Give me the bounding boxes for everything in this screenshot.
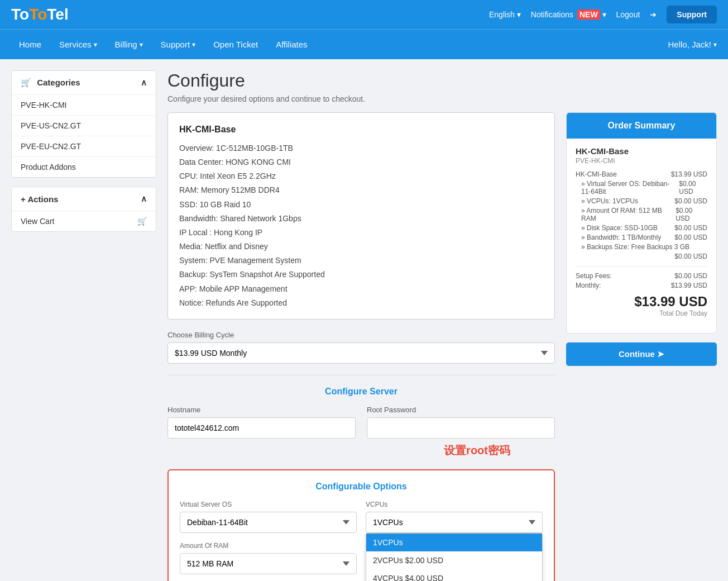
order-summary-header: Order Summary — [567, 113, 716, 139]
product-line-1: Overview: 1C-512MB-10GB-1TB — [179, 141, 543, 155]
vcpus-option-2vcpus[interactable]: 2VCPUs $2.00 USD — [366, 551, 542, 569]
actions-section: + Actions ∧ View Cart 🛒 — [11, 187, 156, 232]
ram-option-group: Amount Of RAM 512 MB RAM — [180, 542, 357, 574]
chevron-down-icon: ▾ — [713, 41, 717, 49]
order-divider — [576, 266, 707, 266]
hostname-input[interactable] — [167, 417, 356, 439]
order-setup-fees: Setup Fees: $0.00 USD — [576, 272, 707, 280]
product-line-12: Notice: Refunds Are Supported — [179, 296, 543, 310]
billing-cycle-group: Choose Billing Cycle $13.99 USD Monthly — [167, 331, 555, 364]
notifications-link[interactable]: Notifications NEW ▾ — [531, 10, 606, 19]
section-divider — [167, 375, 555, 375]
continue-button[interactable]: Continue ➤ — [566, 342, 717, 366]
order-line-backups: » Backups Size: Free Backups 3 GB — [576, 243, 707, 251]
nav-left: Home Services ▾ Billing ▾ Support ▾ Open… — [11, 30, 315, 59]
order-monthly: Monthly: $13.99 USD — [576, 282, 707, 289]
configure-server-title: Configure Server — [167, 387, 555, 397]
actions-header[interactable]: + Actions ∧ — [12, 187, 156, 211]
new-badge: NEW — [577, 9, 600, 20]
right-panel: Order Summary HK-CMI-Base PVE-HK-CMI HK-… — [566, 112, 717, 366]
logout-link[interactable]: Logout — [616, 10, 640, 19]
nav-home[interactable]: Home — [11, 30, 49, 59]
nav-billing[interactable]: Billing ▾ — [107, 30, 151, 59]
chevron-up-icon: ∧ — [141, 78, 147, 88]
configurable-options-title: Configurable Options — [180, 482, 543, 492]
view-cart-item[interactable]: View Cart 🛒 — [12, 211, 156, 231]
product-line-3: CPU: Intel Xeon E5 2.2GHz — [179, 169, 543, 183]
os-label: Virtual Server OS — [180, 501, 357, 508]
categories-section: 🛒 Categories ∧ PVE-HK-CMI PVE-US-CN2.GT … — [11, 70, 156, 178]
cart-icon: 🛒 — [21, 78, 31, 87]
order-line-bandwidth: » Bandwidth: 1 TB/Monthly $0.00 USD — [576, 234, 707, 241]
vcpus-dropdown-container: 1VCPUs 1VCPUs 2VCPUs $2.00 USD 4VCPUs $4… — [366, 512, 543, 533]
product-line-5: SSD: 10 GB Raid 10 — [179, 198, 543, 212]
order-product-name: HK-CMI-Base — [576, 146, 707, 156]
hostname-label: Hostname — [167, 406, 356, 414]
annotation-root-password: 设置root密码 — [167, 443, 555, 458]
main-form: HK-CMI-Base Overview: 1C-512MB-10GB-1TB … — [167, 112, 555, 581]
sidebar-item-pve-eu[interactable]: PVE-EU-CN2.GT — [12, 136, 156, 157]
sidebar-item-pve-us[interactable]: PVE-US-CN2.GT — [12, 116, 156, 136]
logo: ToToTel — [11, 6, 69, 23]
os-select[interactable]: Debiban-11-64Bit — [180, 512, 357, 533]
billing-cycle-select[interactable]: $13.99 USD Monthly — [167, 342, 555, 364]
sidebar-item-product-addons[interactable]: Product Addons — [12, 157, 156, 177]
sidebar: 🛒 Categories ∧ PVE-HK-CMI PVE-US-CN2.GT … — [11, 70, 156, 581]
product-line-11: APP: Mobile APP Management — [179, 282, 543, 296]
password-input[interactable] — [367, 417, 555, 439]
page-subtitle: Configure your desired options and conti… — [167, 94, 717, 103]
nav-affiliates[interactable]: Affiliates — [268, 30, 315, 59]
order-total: $13.99 USD — [576, 294, 707, 309]
support-button[interactable]: Support — [667, 6, 717, 23]
chevron-down-icon: ▾ — [94, 41, 97, 49]
order-total-label: Total Due Today — [576, 309, 707, 317]
ram-select[interactable]: 512 MB RAM — [180, 553, 357, 574]
plus-icon: + — [21, 194, 26, 204]
content-with-summary: HK-CMI-Base Overview: 1C-512MB-10GB-1TB … — [167, 112, 717, 581]
language-selector[interactable]: English ▾ — [489, 10, 521, 19]
sidebar-item-pve-hk[interactable]: PVE-HK-CMI — [12, 95, 156, 116]
nav-hello[interactable]: Hello, Jack! ▾ — [668, 40, 717, 49]
hostname-password-row: Hostname Root Password — [167, 406, 555, 449]
categories-header[interactable]: 🛒 Categories ∧ — [12, 71, 156, 95]
arrow-icon: ➜ — [650, 10, 657, 19]
product-info-box: HK-CMI-Base Overview: 1C-512MB-10GB-1TB … — [167, 112, 555, 320]
ram-label: Amount Of RAM — [180, 542, 357, 550]
order-line-os: » Virtual Server OS: Debiban-11-64Bit $0… — [576, 180, 707, 196]
order-line-vcpus: » VCPUs: 1VCPUs $0.00 USD — [576, 197, 707, 205]
chevron-down-icon: ▾ — [192, 41, 195, 49]
product-line-2: Data Center: HONG KONG CMI — [179, 155, 543, 169]
order-summary-body: HK-CMI-Base PVE-HK-CMI HK-CMI-Base $13.9… — [567, 139, 716, 333]
top-bar: ToToTel English ▾ Notifications NEW ▾ Lo… — [0, 0, 728, 29]
order-product-sub: PVE-HK-CMI — [576, 157, 707, 165]
hostname-group: Hostname — [167, 406, 356, 439]
nav-open-ticket[interactable]: Open Ticket — [205, 30, 266, 59]
product-line-9: System: PVE Management System — [179, 254, 543, 268]
vcpus-option-group: VCPUs 1VCPUs 1VCPUs 2VCPUs $2.00 USD 4VC… — [366, 501, 543, 533]
vcpus-dropdown-open: 1VCPUs 2VCPUs $2.00 USD 4VCPUs $4.00 USD… — [366, 533, 543, 581]
annotation-text-1: 设置root密码 — [444, 444, 510, 456]
vcpus-select[interactable]: 1VCPUs — [366, 512, 543, 533]
page-title: Configure — [167, 70, 717, 91]
vcpus-option-1vcpus[interactable]: 1VCPUs — [366, 534, 542, 551]
cart-icon: 🛒 — [137, 217, 147, 226]
nav-support[interactable]: Support ▾ — [153, 30, 204, 59]
os-option-group: Virtual Server OS Debiban-11-64Bit — [180, 501, 357, 533]
nav-services[interactable]: Services ▾ — [51, 30, 105, 59]
order-line-ram: » Amount Of RAM: 512 MB RAM $0.00 USD — [576, 207, 707, 222]
product-line-7: IP Local : Hong Kong IP — [179, 226, 543, 240]
vcpus-label: VCPUs — [366, 501, 543, 508]
chevron-up-icon: ∧ — [141, 194, 147, 204]
billing-cycle-label: Choose Billing Cycle — [167, 331, 555, 339]
order-line-backups-val: $0.00 USD — [576, 253, 707, 260]
configurable-options-section: Configurable Options Virtual Server OS D… — [167, 469, 555, 581]
order-line-base: HK-CMI-Base $13.99 USD — [576, 170, 707, 178]
product-name: HK-CMI-Base — [179, 122, 543, 138]
main-container: 🛒 Categories ∧ PVE-HK-CMI PVE-US-CN2.GT … — [0, 59, 728, 581]
password-group: Root Password — [367, 406, 555, 439]
password-label: Root Password — [367, 406, 555, 414]
product-line-4: RAM: Memory 512MB DDR4 — [179, 183, 543, 197]
content: Configure Configure your desired options… — [167, 70, 717, 581]
vcpus-option-4vcpus[interactable]: 4VCPUs $4.00 USD — [366, 569, 542, 581]
product-line-8: Media: Netflix and Disney — [179, 240, 543, 254]
